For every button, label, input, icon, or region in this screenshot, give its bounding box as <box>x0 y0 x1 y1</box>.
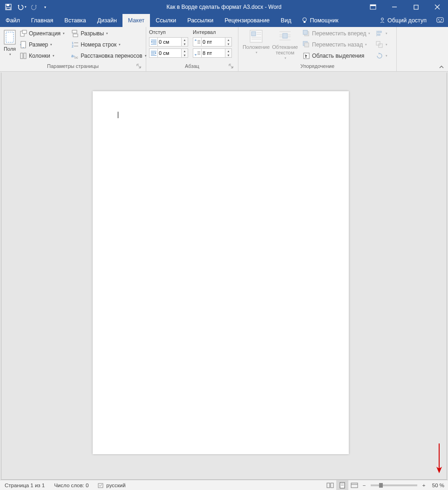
line-numbers-button[interactable]: 12 Номера строк▾ <box>69 40 149 50</box>
position-button[interactable]: Положение ▾ <box>241 28 271 55</box>
zoom-in-button[interactable]: + <box>420 483 428 488</box>
tell-me-label: Помощник <box>310 17 338 24</box>
svg-point-9 <box>303 18 306 21</box>
zoom-slider[interactable] <box>371 484 417 486</box>
spin-up[interactable]: ▲ <box>182 49 188 53</box>
tab-design[interactable]: Дизайн <box>92 14 122 27</box>
svg-rect-24 <box>72 30 77 33</box>
position-label: Положение <box>243 44 270 50</box>
position-icon <box>249 29 263 43</box>
undo-button[interactable]: ▾ <box>16 1 27 13</box>
indent-header: Отступ <box>149 28 188 36</box>
hyphenation-button[interactable]: a-bc Расстановка переносов▾ <box>69 51 149 61</box>
size-button[interactable]: Размер▾ <box>18 40 67 50</box>
svg-rect-18 <box>22 30 27 34</box>
zoom-percentage[interactable]: 50 % <box>428 483 448 488</box>
spin-up[interactable]: ▲ <box>182 38 188 42</box>
tell-me-search[interactable]: Помощник <box>297 14 343 27</box>
tab-mailings[interactable]: Рассылки <box>182 14 219 27</box>
svg-rect-6 <box>414 5 418 9</box>
space-after-spinner[interactable]: ▲▼ <box>193 48 232 58</box>
orientation-button[interactable]: Ориентация▾ <box>18 28 67 39</box>
indent-left-spinner[interactable]: ▲▼ <box>149 37 188 47</box>
titlebar: ▾ ▾ Как в Ворде сделать формат А3.docx -… <box>0 0 448 14</box>
quick-access-toolbar: ▾ ▾ <box>0 1 48 13</box>
page-setup-dialog-launcher[interactable] <box>136 64 142 69</box>
redo-button[interactable] <box>29 1 40 13</box>
status-language[interactable]: русский <box>93 480 130 490</box>
space-after-icon <box>193 48 201 58</box>
ribbon: Поля ▾ Ориентация▾ Размер▾ Колонки▾ <box>0 27 448 72</box>
status-word-count[interactable]: Число слов: 0 <box>49 480 93 490</box>
wrap-icon <box>278 29 292 43</box>
tab-view[interactable]: Вид <box>275 14 297 27</box>
svg-rect-62 <box>305 43 309 47</box>
minimize-button[interactable] <box>384 0 405 14</box>
space-after-input[interactable] <box>201 48 225 58</box>
svg-text:2: 2 <box>72 45 74 48</box>
send-backward-button[interactable]: Переместить назад▾ <box>301 40 372 50</box>
zoom-out-button[interactable]: − <box>360 483 368 488</box>
svg-text:bc: bc <box>75 56 78 59</box>
breaks-button[interactable]: Разрывы▾ <box>69 28 149 39</box>
tab-file[interactable]: Файл <box>0 14 26 27</box>
ribbon-display-options[interactable] <box>362 0 384 14</box>
indent-right-icon <box>149 48 157 58</box>
tab-home[interactable]: Главная <box>26 14 59 27</box>
rotate-button[interactable]: ▾ <box>374 51 389 61</box>
wrap-text-button[interactable]: Обтекание текстом ▾ <box>271 28 299 61</box>
spin-down[interactable]: ▼ <box>225 42 231 46</box>
feedback-button[interactable] <box>432 14 448 27</box>
bring-forward-button[interactable]: Переместить вперед▾ <box>301 28 372 39</box>
zoom-slider-thumb[interactable] <box>379 483 383 488</box>
tab-layout[interactable]: Макет <box>122 14 150 27</box>
svg-rect-67 <box>376 41 380 45</box>
close-button[interactable] <box>427 0 448 14</box>
size-label: Размер <box>29 41 48 48</box>
space-before-spinner[interactable]: ▲▼ <box>193 37 232 47</box>
group-paragraph: Отступ ▲▼ ▲▼ Интервал ▲▼ <box>146 27 238 71</box>
align-button[interactable]: ▾ <box>374 28 389 39</box>
margins-label: Поля <box>4 46 16 52</box>
share-label: Общий доступ <box>387 17 427 24</box>
spin-up[interactable]: ▲ <box>225 38 231 42</box>
proofing-icon <box>98 482 104 489</box>
group-button[interactable]: ▾ <box>374 40 389 50</box>
indent-right-spinner[interactable]: ▲▼ <box>149 48 188 58</box>
save-button[interactable] <box>3 1 14 13</box>
paragraph-dialog-launcher[interactable] <box>229 64 234 69</box>
document-page[interactable] <box>93 91 349 454</box>
svg-rect-23 <box>24 53 26 59</box>
selection-pane-button[interactable]: Область выделения <box>301 51 372 61</box>
collapse-ribbon-button[interactable] <box>438 64 445 70</box>
indent-right-input[interactable] <box>157 48 182 58</box>
columns-button[interactable]: Колонки▾ <box>18 51 67 61</box>
spin-down[interactable]: ▼ <box>182 53 188 57</box>
orientation-label: Ориентация <box>29 30 61 37</box>
svg-rect-66 <box>378 34 380 35</box>
maximize-button[interactable] <box>405 0 427 14</box>
tab-review[interactable]: Рецензирование <box>219 14 275 27</box>
spin-up[interactable]: ▲ <box>225 49 231 53</box>
svg-rect-25 <box>73 34 78 37</box>
view-print-layout[interactable] <box>336 480 348 490</box>
space-before-input[interactable] <box>201 37 225 47</box>
svg-rect-72 <box>331 483 333 488</box>
bring-forward-label: Переместить вперед <box>312 30 366 37</box>
svg-rect-19 <box>21 41 26 48</box>
tab-insert[interactable]: Вставка <box>59 14 91 27</box>
view-web-layout[interactable] <box>348 480 360 490</box>
share-button[interactable]: Общий доступ <box>373 14 432 27</box>
document-area[interactable] <box>1 73 447 480</box>
spin-down[interactable]: ▼ <box>182 42 188 46</box>
tab-references[interactable]: Ссылки <box>150 14 182 27</box>
margins-button[interactable]: Поля ▾ <box>3 28 17 57</box>
view-read-mode[interactable] <box>324 480 336 490</box>
spin-down[interactable]: ▼ <box>225 53 231 57</box>
send-backward-label: Переместить назад <box>312 41 363 48</box>
customize-qat[interactable]: ▾ <box>42 1 48 13</box>
line-numbers-label: Номера строк <box>81 41 116 48</box>
status-page[interactable]: Страница 1 из 1 <box>0 480 49 490</box>
svg-rect-10 <box>304 21 305 23</box>
indent-left-input[interactable] <box>157 37 182 47</box>
